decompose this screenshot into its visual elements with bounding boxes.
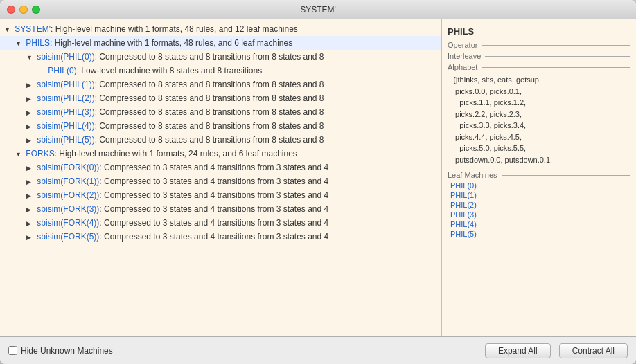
tree-desc-fork3: : Compressed to 3 states and 4 transitio… (99, 204, 328, 214)
tree-row[interactable]: ▼ SYSTEM': High-level machine with 1 for… (0, 22, 441, 36)
tree-label-sbisim3[interactable]: sbisim(PHIL(3)) (37, 107, 94, 117)
tree-arrow-fork4: ▶ (26, 219, 35, 229)
tree-label-fork1[interactable]: sbisim(FORK(1)) (37, 176, 99, 186)
window-controls (7, 6, 40, 14)
tree-arrow-sbisim0: ▼ (26, 53, 35, 63)
tree-label-fork3[interactable]: sbisim(FORK(3)) (37, 204, 99, 214)
tree-arrow-sbisim2: ▶ (26, 95, 35, 104)
tree-desc-fork2: : Compressed to 3 states and 4 transitio… (99, 190, 328, 200)
alphabet-content: {|thinks, sits, eats, getsup, picks.0.0,… (448, 73, 630, 168)
tree-desc-sbisim5: : Compressed to 8 states and 8 transitio… (95, 135, 324, 145)
tree-desc-phil0: : Low-level machine with 8 states and 8 … (77, 66, 262, 75)
list-item[interactable]: PHIL(3) (448, 210, 630, 219)
section-header-operator: Operator (448, 41, 630, 49)
expand-all-button[interactable]: Expand All (485, 343, 551, 358)
list-item[interactable]: PHIL(4) (448, 219, 630, 229)
hide-unknown-checkbox[interactable] (8, 346, 17, 355)
contract-all-button[interactable]: Contract All (559, 343, 628, 358)
tree-container: ▼ SYSTEM': High-level machine with 1 for… (0, 22, 441, 244)
leaf-machines-list: PHIL(0) PHIL(1) PHIL(2) PHIL(3) PHIL(4) … (448, 181, 630, 239)
detail-panel: PHILS Operator Interleave Alphabet {|thi… (442, 19, 636, 336)
tree-desc-system: : High-level machine with 1 formats, 48 … (51, 24, 298, 34)
tree-arrow-fork3: ▶ (26, 206, 35, 215)
window-title: SYSTEM' (300, 5, 336, 15)
tree-row[interactable]: ▶ sbisim(PHIL(4)): Compressed to 8 state… (0, 119, 441, 133)
tree-label-sbisim0[interactable]: sbisim(PHIL(0)) (37, 52, 94, 62)
tree-label-sbisim4[interactable]: sbisim(PHIL(4)) (37, 121, 94, 131)
tree-arrow-sbisim3: ▶ (26, 109, 35, 118)
bottom-buttons: Expand All Contract All (485, 343, 628, 358)
tree-label-sbisim1[interactable]: sbisim(PHIL(1)) (37, 80, 94, 89)
tree-desc-sbisim2: : Compressed to 8 states and 8 transitio… (95, 93, 324, 103)
list-item[interactable]: PHIL(5) (448, 229, 630, 239)
section-header-leaf-machines: Leaf Machines (448, 171, 630, 179)
tree-label-sbisim2[interactable]: sbisim(PHIL(2)) (37, 93, 94, 103)
tree-row[interactable]: ▼ FORKS: High-level machine with 1 forma… (0, 147, 441, 161)
hide-unknown-label[interactable]: Hide Unknown Machines (8, 346, 113, 356)
tree-row[interactable]: ▶ sbisim(FORK(2)): Compressed to 3 state… (0, 188, 441, 202)
tree-row[interactable]: ▶ sbisim(FORK(0)): Compressed to 3 state… (0, 161, 441, 174)
tree-label-fork5[interactable]: sbisim(FORK(5)) (37, 232, 99, 242)
tree-desc-sbisim3: : Compressed to 8 states and 8 transitio… (95, 107, 324, 117)
tree-desc-fork1: : Compressed to 3 states and 4 transitio… (99, 176, 328, 186)
tree-row[interactable]: ▶ sbisim(FORK(4)): Compressed to 3 state… (0, 216, 441, 230)
tree-row[interactable]: ▶ sbisim(FORK(1)): Compressed to 3 state… (0, 174, 441, 188)
content-area: ▼ SYSTEM': High-level machine with 1 for… (0, 19, 636, 336)
tree-arrow-phil0 (37, 67, 46, 77)
tree-desc-fork5: : Compressed to 3 states and 4 transitio… (99, 232, 328, 242)
tree-desc-sbisim1: : Compressed to 8 states and 8 transitio… (95, 80, 324, 89)
titlebar: SYSTEM' (0, 0, 636, 19)
tree-label-fork4[interactable]: sbisim(FORK(4)) (37, 218, 99, 228)
detail-content: PHILS Operator Interleave Alphabet {|thi… (442, 19, 636, 336)
tree-arrow-fork2: ▶ (26, 192, 35, 201)
tree-row[interactable]: ▶ sbisim(PHIL(2)): Compressed to 8 state… (0, 91, 441, 105)
tree-desc-forks: : High-level machine with 1 formats, 24 … (55, 149, 297, 158)
tree-desc-fork0: : Compressed to 3 states and 4 transitio… (99, 163, 328, 172)
tree-arrow-forks: ▼ (15, 150, 24, 160)
bottom-bar: Hide Unknown Machines Expand All Contrac… (0, 336, 636, 364)
tree-label-forks[interactable]: FORKS (26, 149, 54, 158)
main-window: SYSTEM' ▼ SYSTEM': High-level machine wi… (0, 0, 636, 364)
maximize-button[interactable] (32, 6, 40, 14)
tree-label-phils[interactable]: PHILS (26, 38, 50, 48)
tree-arrow-sbisim1: ▶ (26, 81, 35, 91)
tree-label-fork2[interactable]: sbisim(FORK(2)) (37, 190, 99, 200)
tree-label-fork0[interactable]: sbisim(FORK(0)) (37, 163, 99, 172)
tree-arrow-phils: ▼ (15, 39, 24, 49)
close-button[interactable] (7, 6, 15, 14)
tree-arrow-fork5: ▶ (26, 233, 35, 243)
list-item[interactable]: PHIL(1) (448, 190, 630, 200)
tree-arrow-sbisim4: ▶ (26, 122, 35, 132)
tree-panel[interactable]: ▼ SYSTEM': High-level machine with 1 for… (0, 19, 442, 336)
tree-label-phil0[interactable]: PHIL(0) (48, 66, 76, 75)
tree-row[interactable]: PHIL(0): Low-level machine with 8 states… (0, 64, 441, 78)
tree-arrow-system: ▼ (4, 26, 12, 35)
tree-arrow-fork1: ▶ (26, 178, 35, 188)
section-header-alphabet: Alphabet (448, 63, 630, 71)
tree-arrow-fork0: ▶ (26, 164, 35, 174)
tree-row[interactable]: ▶ sbisim(PHIL(3)): Compressed to 8 state… (0, 105, 441, 119)
tree-row[interactable]: ▼ sbisim(PHIL(0)): Compressed to 8 state… (0, 50, 441, 64)
section-header-interleave: Interleave (448, 52, 630, 60)
tree-row[interactable]: ▼ PHILS: High-level machine with 1 forma… (0, 36, 441, 50)
tree-desc-fork4: : Compressed to 3 states and 4 transitio… (99, 218, 328, 228)
tree-desc-sbisim0: : Compressed to 8 states and 8 transitio… (95, 52, 324, 62)
tree-desc-sbisim4: : Compressed to 8 states and 8 transitio… (95, 121, 324, 131)
tree-row[interactable]: ▶ sbisim(FORK(5)): Compressed to 3 state… (0, 230, 441, 244)
tree-row[interactable]: ▶ sbisim(PHIL(1)): Compressed to 8 state… (0, 78, 441, 91)
tree-arrow-sbisim5: ▶ (26, 136, 35, 146)
tree-label-system[interactable]: SYSTEM' (15, 24, 51, 34)
tree-label-sbisim5[interactable]: sbisim(PHIL(5)) (37, 135, 94, 145)
tree-desc-phils: : High-level machine with 1 formats, 48 … (50, 38, 292, 48)
list-item[interactable]: PHIL(0) (448, 181, 630, 190)
list-item[interactable]: PHIL(2) (448, 200, 630, 210)
tree-row[interactable]: ▶ sbisim(PHIL(5)): Compressed to 8 state… (0, 133, 441, 147)
detail-title: PHILS (448, 24, 630, 38)
tree-row[interactable]: ▶ sbisim(FORK(3)): Compressed to 3 state… (0, 202, 441, 216)
bottom-left: Hide Unknown Machines (8, 346, 113, 356)
minimize-button[interactable] (19, 6, 28, 14)
